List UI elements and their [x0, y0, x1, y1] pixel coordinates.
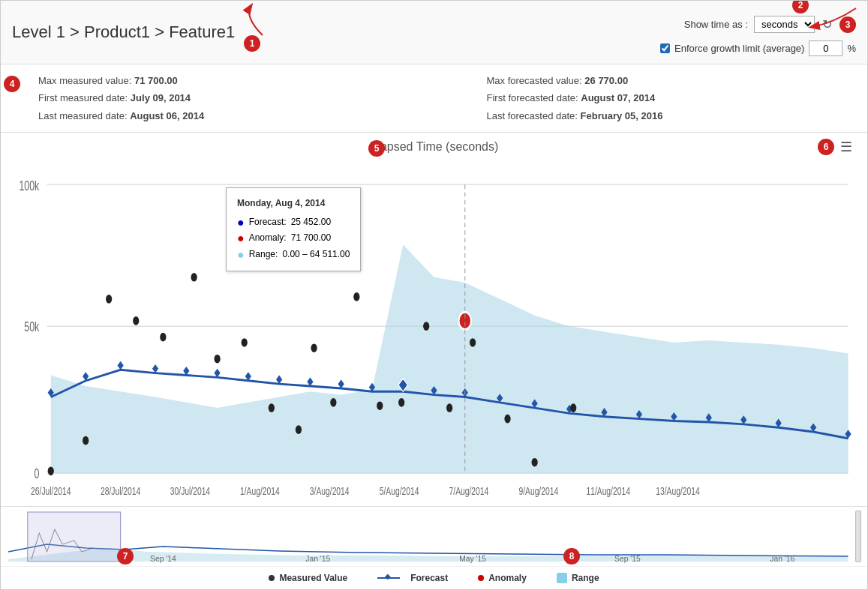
main-container: Level 1 > Product1 > Feature1 1	[0, 0, 868, 590]
first-measured-row: First measured date: July 09, 2014	[38, 89, 397, 106]
stats-left: Max measured value: 71 700.00 First meas…	[23, 72, 397, 124]
legend-forecast-icon	[377, 577, 400, 579]
svg-point-52	[570, 403, 576, 412]
svg-rect-66	[28, 512, 121, 562]
enforce-row: Enforce growth limit (average) %	[660, 40, 856, 56]
svg-marker-6	[51, 244, 848, 473]
chart-svg: 100k 50k 0	[8, 157, 860, 506]
svg-text:9/Aug/2014: 9/Aug/2014	[518, 486, 558, 498]
svg-text:Jan '16: Jan '16	[770, 555, 794, 563]
annotation-1: 1	[244, 35, 260, 52]
svg-text:26/Jul/2014: 26/Jul/2014	[31, 486, 71, 498]
vertical-scrollbar[interactable]	[855, 511, 861, 562]
stats-right: Max forecasted value: 26 770.00 First fo…	[487, 72, 845, 124]
svg-text:Sep '14: Sep '14	[150, 555, 176, 563]
show-time-label: Show time as :	[684, 19, 748, 30]
svg-text:0: 0	[34, 467, 39, 482]
stats-row: 4 Max measured value: 71 700.00 First me…	[1, 64, 867, 133]
svg-point-36	[160, 333, 166, 342]
chart-title: Elapsed Time (seconds)	[8, 133, 860, 157]
legend-range: Range	[557, 573, 599, 583]
svg-point-34	[106, 295, 112, 304]
svg-point-44	[353, 292, 359, 301]
svg-text:5/Aug/2014: 5/Aug/2014	[380, 486, 419, 498]
svg-text:11/Aug/2014: 11/Aug/2014	[586, 486, 629, 498]
legend-anomaly-label: Anomaly	[488, 573, 527, 583]
svg-text:Sep '15: Sep '15	[614, 555, 641, 563]
svg-point-35	[133, 316, 139, 325]
mini-chart-svg: Sep '14 Jan '15 May '15 Sep '15 Jan '16	[8, 511, 860, 563]
annotation-4: 4	[4, 76, 20, 92]
legend-range-label: Range	[572, 573, 599, 583]
svg-text:30/Jul/2014: 30/Jul/2014	[170, 486, 210, 498]
max-forecasted-value: 26 770.00	[584, 75, 628, 86]
first-measured-date: July 09, 2014	[131, 92, 191, 103]
svg-point-48	[446, 403, 452, 412]
legend-range-icon	[557, 573, 567, 583]
breadcrumb: Level 1 > Product1 > Feature1	[12, 22, 235, 42]
enforce-checkbox[interactable]	[660, 43, 670, 53]
svg-point-50	[504, 415, 510, 424]
last-measured-date: August 06, 2014	[130, 110, 204, 121]
svg-point-33	[83, 436, 89, 445]
svg-point-51	[532, 458, 538, 467]
svg-marker-10	[152, 364, 158, 373]
svg-text:May '15: May '15	[459, 555, 486, 563]
svg-point-39	[242, 338, 248, 347]
growth-input[interactable]	[809, 40, 842, 56]
annotation-5: 5	[368, 140, 385, 157]
svg-marker-12	[214, 369, 220, 378]
max-measured-row: Max measured value: 71 700.00	[38, 72, 397, 89]
max-forecasted-label: Max forecasted value:	[487, 75, 582, 86]
last-forecasted-date: February 05, 2016	[581, 110, 663, 121]
legend-anomaly-icon	[478, 575, 484, 581]
max-forecasted-row: Max forecasted value: 26 770.00	[487, 72, 845, 89]
header: Level 1 > Product1 > Feature1 1	[1, 1, 867, 64]
svg-point-41	[296, 426, 302, 435]
svg-point-45	[377, 402, 383, 411]
legend-measured-icon	[269, 575, 275, 581]
chart-section: Elapsed Time (seconds) 6 ☰ 5 100k 50k 0	[1, 133, 867, 506]
svg-text:50k: 50k	[24, 319, 39, 334]
last-forecasted-label: Last forecasted date:	[487, 110, 578, 121]
last-forecasted-row: Last forecasted date: February 05, 2016	[487, 107, 845, 124]
legend-section: Measured Value Forecast Anomaly Range	[1, 566, 867, 589]
svg-marker-9	[117, 361, 123, 370]
svg-text:7/Aug/2014: 7/Aug/2014	[449, 486, 489, 498]
svg-point-49	[470, 338, 476, 347]
header-controls: 2 Show time as : seconds minutes hours ↻…	[660, 8, 856, 56]
svg-point-32	[48, 467, 54, 476]
svg-text:3/Aug/2014: 3/Aug/2014	[310, 486, 350, 498]
legend-measured: Measured Value	[269, 573, 347, 583]
svg-point-47	[423, 322, 429, 331]
legend-forecast: Forecast	[377, 573, 448, 583]
svg-marker-11	[183, 367, 189, 376]
main-chart[interactable]: 100k 50k 0	[8, 157, 860, 506]
svg-marker-15	[307, 378, 313, 387]
mini-chart-section: Sep '14 Jan '15 May '15 Sep '15 Jan '16 …	[1, 506, 867, 566]
svg-point-37	[191, 273, 197, 282]
svg-text:100k: 100k	[19, 178, 39, 193]
svg-point-43	[330, 398, 336, 407]
svg-text:13/Aug/2014: 13/Aug/2014	[656, 486, 699, 498]
svg-point-40	[269, 403, 275, 412]
annotation-6: 6	[818, 139, 834, 155]
max-measured-value: 71 700.00	[134, 75, 178, 86]
last-measured-row: Last measured date: August 06, 2014	[38, 107, 397, 124]
pct-label: %	[847, 43, 856, 54]
first-forecasted-date: August 07, 2014	[581, 92, 655, 103]
annotation-7: 7	[117, 548, 134, 565]
svg-marker-16	[338, 379, 344, 388]
chart-menu-area: 6 ☰	[818, 139, 852, 155]
annotation-arrow-1	[236, 1, 289, 39]
chart-menu-button[interactable]: ☰	[840, 139, 852, 155]
enforce-label: Enforce growth limit (average)	[674, 43, 804, 54]
svg-point-42	[311, 344, 317, 353]
annotation-8: 8	[563, 548, 580, 565]
first-forecasted-row: First forecasted date: August 07, 2014	[487, 89, 845, 106]
svg-text:1/Aug/2014: 1/Aug/2014	[240, 486, 280, 498]
max-measured-label: Max measured value:	[38, 75, 131, 86]
first-measured-label: First measured date:	[38, 92, 128, 103]
svg-text:Jan '15: Jan '15	[305, 555, 330, 563]
last-measured-label: Last measured date:	[38, 110, 128, 121]
